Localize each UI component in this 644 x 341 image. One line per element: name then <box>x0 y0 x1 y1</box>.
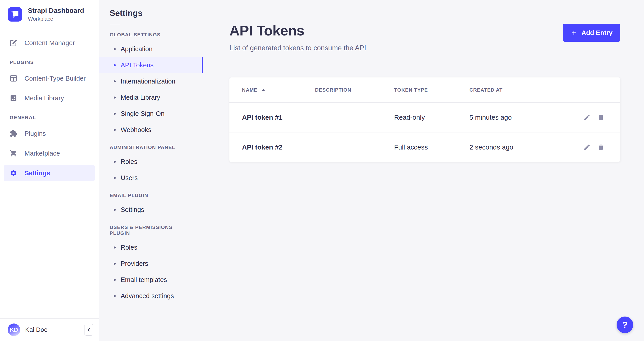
sidebar-section-general: GENERAL <box>10 115 89 121</box>
table-header-row: NAME DESCRIPTION TOKEN TYPE CREATED AT <box>230 77 620 103</box>
subnav-section-users-permissions: USERS & PERMISSIONS PLUGIN <box>99 225 203 236</box>
feather-edit-icon <box>10 39 17 47</box>
table-row[interactable]: API token #2 Full access 2 seconds ago <box>230 132 620 162</box>
settings-nav-item-advanced-settings[interactable]: Advanced settings <box>99 288 203 304</box>
sidebar-item-marketplace[interactable]: Marketplace <box>4 145 95 161</box>
settings-nav-item-email-settings[interactable]: Settings <box>99 202 203 218</box>
table-row[interactable]: API token #1 Read-only 5 minutes ago <box>230 103 620 132</box>
settings-nav-item-up-roles[interactable]: Roles <box>99 239 203 256</box>
delete-token-button[interactable] <box>597 114 604 121</box>
token-type: Read-only <box>394 114 470 121</box>
bullet-icon <box>114 295 116 297</box>
main-sidebar: Strapi Dashboard Workplace Content Manag… <box>0 0 99 341</box>
layout-grid-icon <box>10 74 17 82</box>
subnav-divider <box>110 25 120 25</box>
trash-icon <box>597 144 604 151</box>
column-header-token-type: TOKEN TYPE <box>394 87 470 93</box>
plus-icon <box>570 29 577 36</box>
main-content: API Tokens List of generated tokens to c… <box>203 0 644 341</box>
token-name: API token #1 <box>242 114 315 121</box>
sidebar-item-label: Content-Type Builder <box>24 75 86 82</box>
page-title: API Tokens <box>230 22 366 39</box>
strapi-logo-icon <box>8 7 22 21</box>
settings-subnav: Settings GLOBAL SETTINGS Application API… <box>99 0 203 341</box>
settings-nav-item-email-templates[interactable]: Email templates <box>99 272 203 288</box>
avatar: KD <box>8 324 20 336</box>
image-icon <box>10 94 17 102</box>
bullet-icon <box>114 96 116 98</box>
bullet-icon <box>114 129 116 131</box>
bullet-icon <box>114 48 116 50</box>
sidebar-item-label: Settings <box>24 169 50 177</box>
trash-icon <box>597 114 604 121</box>
edit-token-button[interactable] <box>583 144 590 151</box>
strapi-dashboard-app: Strapi Dashboard Workplace Content Manag… <box>0 0 644 341</box>
user-name: Kai Doe <box>25 326 48 333</box>
settings-nav-item-media-library[interactable]: Media Library <box>99 89 203 105</box>
sidebar-item-label: Plugins <box>24 130 46 137</box>
sidebar-item-content-manager[interactable]: Content Manager <box>4 35 95 51</box>
bullet-icon <box>114 209 116 211</box>
settings-nav-item-admin-roles[interactable]: Roles <box>99 154 203 170</box>
delete-token-button[interactable] <box>597 144 604 151</box>
bullet-icon <box>114 263 116 265</box>
add-entry-button[interactable]: Add Entry <box>563 24 620 42</box>
shopping-cart-icon <box>10 149 17 157</box>
sidebar-section-plugins: PLUGINS <box>10 59 89 65</box>
collapse-sidebar-button[interactable] <box>84 324 93 336</box>
token-type: Full access <box>394 143 470 151</box>
subnav-section-email-plugin: EMAIL PLUGIN <box>99 193 203 198</box>
bullet-icon <box>114 279 116 281</box>
token-created-at: 2 seconds ago <box>470 143 572 151</box>
user-menu[interactable]: KD Kai Doe <box>8 324 84 336</box>
subnav-section-administration-panel: ADMINISTRATION PANEL <box>99 145 203 150</box>
bullet-icon <box>114 161 116 163</box>
settings-nav-item-admin-users[interactable]: Users <box>99 170 203 186</box>
workplace-brand: Strapi Dashboard Workplace <box>0 0 99 29</box>
settings-nav-item-internationalization[interactable]: Internationalization <box>99 73 203 89</box>
token-name: API token #2 <box>242 143 315 151</box>
subnav-section-global-settings: GLOBAL SETTINGS <box>99 32 203 38</box>
help-button[interactable]: ? <box>616 317 633 333</box>
bullet-icon <box>114 177 116 179</box>
pencil-icon <box>583 144 590 151</box>
settings-nav-item-providers[interactable]: Providers <box>99 256 203 272</box>
settings-nav-item-single-sign-on[interactable]: Single Sign-On <box>99 105 203 122</box>
bullet-icon <box>114 247 116 249</box>
bullet-icon <box>114 64 116 66</box>
sidebar-item-label: Marketplace <box>24 150 60 157</box>
pencil-icon <box>583 114 590 121</box>
sidebar-item-label: Content Manager <box>24 39 75 47</box>
column-header-name[interactable]: NAME <box>242 87 315 93</box>
settings-nav-item-webhooks[interactable]: Webhooks <box>99 122 203 138</box>
column-header-description: DESCRIPTION <box>315 87 394 93</box>
bullet-icon <box>114 80 116 82</box>
settings-nav-item-application[interactable]: Application <box>99 41 203 57</box>
chevron-left-icon <box>86 327 92 333</box>
workspace-subtitle: Workplace <box>28 16 84 22</box>
sidebar-footer: KD Kai Doe <box>0 318 99 341</box>
workspace-title: Strapi Dashboard <box>28 7 84 14</box>
sidebar-item-settings[interactable]: Settings <box>4 165 95 181</box>
bullet-icon <box>114 113 116 115</box>
token-created-at: 5 minutes ago <box>470 114 572 121</box>
subnav-title: Settings <box>99 8 203 18</box>
sidebar-item-content-type-builder[interactable]: Content-Type Builder <box>4 70 95 86</box>
gear-icon <box>10 169 17 177</box>
sort-ascending-icon <box>262 89 265 91</box>
page-subtitle: List of generated tokens to consume the … <box>230 44 366 52</box>
column-header-created-at: CREATED AT <box>470 87 572 93</box>
edit-token-button[interactable] <box>583 114 590 121</box>
page-header: API Tokens List of generated tokens to c… <box>230 22 620 52</box>
sidebar-item-plugins[interactable]: Plugins <box>4 125 95 142</box>
sidebar-item-media-library[interactable]: Media Library <box>4 90 95 106</box>
api-tokens-table: NAME DESCRIPTION TOKEN TYPE CREATED AT A… <box>230 77 620 162</box>
puzzle-icon <box>10 130 17 137</box>
settings-nav-item-api-tokens[interactable]: API Tokens <box>99 57 203 73</box>
sidebar-item-label: Media Library <box>24 94 64 102</box>
